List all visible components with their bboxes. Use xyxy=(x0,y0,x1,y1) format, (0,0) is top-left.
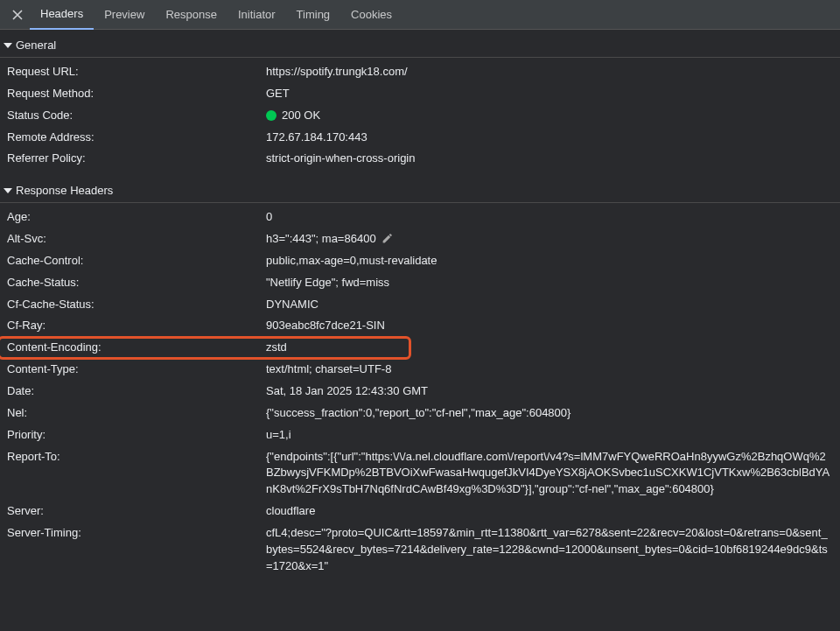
kv-value: public,max-age=0,must-revalidate xyxy=(266,253,833,270)
kv-value-text: 200 OK xyxy=(282,108,320,124)
kv-key: Nel: xyxy=(7,405,266,422)
kv-value-text: 0 xyxy=(266,209,272,226)
section-title-label: Response Headers xyxy=(16,184,113,197)
kv-value-text: zstd xyxy=(266,340,287,356)
kv-value: cloudflare xyxy=(266,503,833,520)
kv-row: Content-Encoding:zstd xyxy=(0,337,840,359)
kv-value-text: {"endpoints":[{"url":"https:\/\/a.nel.cl… xyxy=(266,449,833,499)
kv-row: Server-Timing:cfL4;desc="?proto=QUIC&rtt… xyxy=(0,522,840,578)
kv-key: Cf-Cache-Status: xyxy=(7,297,266,313)
kv-value: 172.67.184.170:443 xyxy=(266,130,833,146)
kv-value-text: {"success_fraction":0,"report_to":"cf-ne… xyxy=(266,405,570,422)
pencil-icon[interactable] xyxy=(382,233,393,244)
kv-value-text: cfL4;desc="?proto=QUIC&rtt=18597&min_rtt… xyxy=(266,525,833,575)
chevron-down-icon xyxy=(4,43,12,48)
kv-value-text: public,max-age=0,must-revalidate xyxy=(266,253,437,270)
kv-value-text: GET xyxy=(266,86,290,102)
kv-key: Content-Encoding: xyxy=(7,340,266,356)
tab-cookies[interactable]: Cookies xyxy=(340,0,402,30)
kv-value: zstd xyxy=(266,340,833,356)
kv-value: 903eabc8fc7dce21-SIN xyxy=(266,318,833,334)
kv-value-text: https://spotify.trungk18.com/ xyxy=(266,64,408,81)
section-title-label: General xyxy=(16,39,56,52)
kv-key: Status Code: xyxy=(7,108,266,124)
kv-value: Sat, 18 Jan 2025 12:43:30 GMT xyxy=(266,383,833,400)
close-icon[interactable] xyxy=(5,0,30,30)
kv-row: Cache-Control:public,max-age=0,must-reva… xyxy=(0,250,840,272)
kv-row: Nel:{"success_fraction":0,"report_to":"c… xyxy=(0,403,840,424)
kv-row: Alt-Svc:h3=":443"; ma=86400 xyxy=(0,228,840,250)
kv-row: Cf-Cache-Status:DYNAMIC xyxy=(0,294,840,316)
kv-value-text: h3=":443"; ma=86400 xyxy=(266,231,376,248)
kv-row: Request URL:https://spotify.trungk18.com… xyxy=(0,61,840,83)
kv-value-text: "Netlify Edge"; fwd=miss xyxy=(266,275,389,291)
panel-content: GeneralRequest URL:https://spotify.trung… xyxy=(0,33,840,582)
kv-row: Age:0 xyxy=(0,207,840,228)
section-general-title[interactable]: General xyxy=(0,33,840,58)
status-dot-icon xyxy=(266,110,276,121)
kv-value: strict-origin-when-cross-origin xyxy=(266,151,833,167)
kv-key: Cache-Control: xyxy=(7,253,266,270)
kv-row: Report-To:{"endpoints":[{"url":"https:\/… xyxy=(0,446,840,501)
kv-value-text: text/html; charset=UTF-8 xyxy=(266,361,391,378)
kv-value: 200 OK xyxy=(266,108,833,124)
kv-key: Age: xyxy=(7,209,266,226)
kv-key: Referrer Policy: xyxy=(7,151,266,167)
kv-key: Remote Address: xyxy=(7,130,266,146)
kv-value: u=1,i xyxy=(266,427,833,444)
kv-value-text: DYNAMIC xyxy=(266,297,318,313)
kv-key: Request Method: xyxy=(7,86,266,102)
kv-row: Cache-Status:"Netlify Edge"; fwd=miss xyxy=(0,272,840,294)
kv-key: Cf-Ray: xyxy=(7,318,266,334)
kv-key: Date: xyxy=(7,383,266,400)
chevron-down-icon xyxy=(4,188,12,193)
kv-row: Status Code:200 OK xyxy=(0,105,840,127)
kv-row: Cf-Ray:903eabc8fc7dce21-SIN xyxy=(0,315,840,337)
kv-value: https://spotify.trungk18.com/ xyxy=(266,64,833,81)
kv-key: Priority: xyxy=(7,427,266,444)
kv-value-text: 172.67.184.170:443 xyxy=(266,130,368,146)
kv-key: Cache-Status: xyxy=(7,275,266,291)
kv-value: 0 xyxy=(266,209,833,226)
section-general-rows: Request URL:https://spotify.trungk18.com… xyxy=(0,58,840,175)
kv-key: Report-To: xyxy=(7,449,266,466)
kv-key: Alt-Svc: xyxy=(7,231,266,248)
kv-value: cfL4;desc="?proto=QUIC&rtt=18597&min_rtt… xyxy=(266,525,833,575)
kv-value: h3=":443"; ma=86400 xyxy=(266,231,833,248)
kv-row: Date:Sat, 18 Jan 2025 12:43:30 GMT xyxy=(0,381,840,403)
kv-value-text: 903eabc8fc7dce21-SIN xyxy=(266,318,385,334)
kv-row: Remote Address:172.67.184.170:443 xyxy=(0,127,840,149)
kv-key: Request URL: xyxy=(7,64,266,81)
kv-value-text: Sat, 18 Jan 2025 12:43:30 GMT xyxy=(266,383,428,400)
kv-row: Content-Type:text/html; charset=UTF-8 xyxy=(0,359,840,381)
kv-key: Server: xyxy=(7,503,266,520)
kv-value: GET xyxy=(266,86,833,102)
tab-bar: Headers Preview Response Initiator Timin… xyxy=(0,0,840,30)
kv-row: Request Method:GET xyxy=(0,83,840,105)
kv-value-text: cloudflare xyxy=(266,503,315,520)
kv-key: Content-Type: xyxy=(7,361,266,378)
section-response-headers-rows: Age:0Alt-Svc:h3=":443"; ma=86400Cache-Co… xyxy=(0,203,840,582)
kv-value: {"success_fraction":0,"report_to":"cf-ne… xyxy=(266,405,833,422)
kv-value-text: strict-origin-when-cross-origin xyxy=(266,151,416,167)
tab-timing[interactable]: Timing xyxy=(286,0,341,30)
kv-value: text/html; charset=UTF-8 xyxy=(266,361,833,378)
kv-key: Server-Timing: xyxy=(7,525,266,542)
kv-row: Priority:u=1,i xyxy=(0,424,840,446)
kv-value: DYNAMIC xyxy=(266,297,833,313)
kv-row: Referrer Policy:strict-origin-when-cross… xyxy=(0,148,840,170)
kv-value-text: u=1,i xyxy=(266,427,291,444)
tab-response[interactable]: Response xyxy=(155,0,228,30)
tab-headers[interactable]: Headers xyxy=(30,0,94,30)
section-response-headers-title[interactable]: Response Headers xyxy=(0,179,840,203)
tab-initiator[interactable]: Initiator xyxy=(228,0,286,30)
kv-row: Server:cloudflare xyxy=(0,501,840,522)
kv-value: "Netlify Edge"; fwd=miss xyxy=(266,275,833,291)
tab-preview[interactable]: Preview xyxy=(94,0,155,30)
kv-value: {"endpoints":[{"url":"https:\/\/a.nel.cl… xyxy=(266,449,833,499)
